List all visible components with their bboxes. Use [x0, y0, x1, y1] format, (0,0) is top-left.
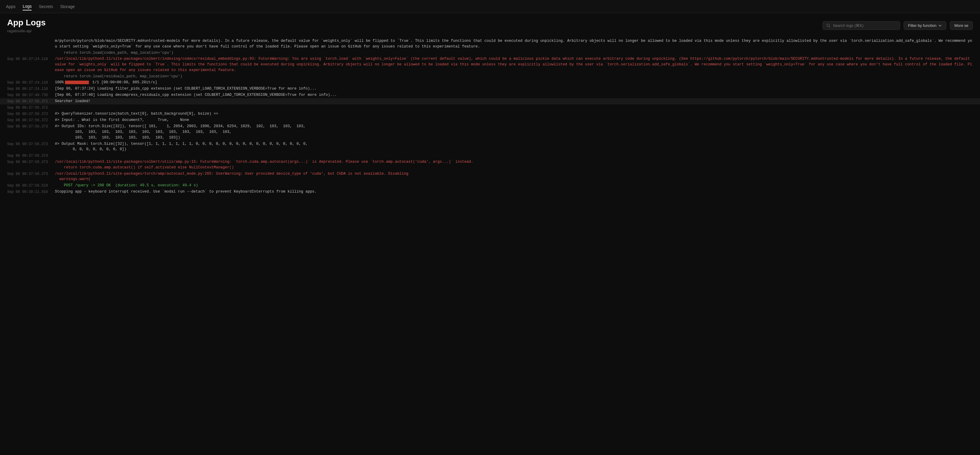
nav-item-logs[interactable]: Logs [23, 3, 32, 10]
log-row: Sep 06 00:37:24.118/usr/local/lib/python… [0, 56, 980, 73]
log-message: return torch.load(codes_path, map_locati… [55, 50, 973, 56]
log-message: [Sep 06, 07:37:40] Loading decompress_re… [55, 92, 973, 98]
log-timestamp: Sep 06 00:37:56.373 [7, 124, 55, 129]
search-input[interactable] [833, 23, 896, 28]
search-icon [826, 24, 830, 28]
log-row: Sep 06 00:37:24.118[Sep 06, 07:37:24] Lo… [0, 86, 980, 92]
page-title: App Logs [7, 18, 46, 27]
log-timestamp: Sep 06 00:37:56.373 [7, 153, 55, 158]
log-row: Sep 06 00:37:56.373#> Output Mask: torch… [0, 141, 980, 153]
log-row: Sep 06 00:38:11.916Stopping app - keyboa… [0, 189, 980, 195]
log-row: Sep 06 00:37:24.118100% 1/1 [00:00<00:00… [0, 80, 980, 86]
log-row: Sep 06 00:37:56.524 POST /query -> 200 O… [0, 182, 980, 189]
log-message: #> Input: . What is the first document?,… [55, 117, 973, 123]
nav-item-secrets[interactable]: Secrets [39, 3, 53, 10]
nav-item-apps[interactable]: Apps [6, 3, 16, 10]
log-row: Sep 06 00:37:40.735[Sep 06, 07:37:40] Lo… [0, 92, 980, 98]
log-row: Sep 06 00:37:56.372 [0, 104, 980, 111]
log-timestamp: Sep 06 00:37:56.524 [7, 183, 55, 188]
log-timestamp: Sep 06 00:37:56.372 [7, 111, 55, 117]
page-header: App Logs ragatouille-api Filter by funct… [0, 13, 980, 35]
log-row: Sep 06 00:37:56.373 [0, 153, 980, 159]
chevron-down-icon [938, 24, 942, 27]
log-message: /usr/local/lib/python3.11/site-packages/… [55, 56, 973, 73]
log-timestamp [7, 50, 55, 51]
nav-item-storage[interactable]: Storage [60, 3, 75, 10]
log-timestamp: Sep 06 00:37:56.372 [7, 105, 55, 110]
header-controls: Filter by function More se [822, 21, 973, 30]
top-nav: AppsLogsSecretsStorage [0, 0, 980, 13]
log-message: [Sep 06, 07:37:24] Loading filter_pids_c… [55, 86, 973, 92]
log-timestamp: Sep 06 00:38:11.916 [7, 189, 55, 195]
log-row: Sep 06 00:37:56.373#> Output IDs: torch.… [0, 123, 980, 140]
log-row: return torch.load(residuals_path, map_lo… [0, 73, 980, 80]
log-timestamp: Sep 06 00:37:56.373 [7, 141, 55, 147]
log-row: Sep 06 00:37:56.373/usr/local/lib/python… [0, 159, 980, 171]
log-row: return torch.load(codes_path, map_locati… [0, 50, 980, 56]
log-message: return torch.load(residuals_path, map_lo… [55, 74, 973, 80]
log-row: Sep 06 00:37:56.372#> QueryTokenizer.ten… [0, 111, 980, 117]
log-timestamp: Sep 06 00:37:24.118 [7, 56, 55, 62]
more-settings-button[interactable]: More se [950, 21, 973, 30]
app-name: ragatouille-api [7, 29, 46, 33]
log-message: /usr/local/lib/python3.11/site-packages/… [55, 159, 973, 171]
log-message: /usr/local/lib/python3.11/site-packages/… [55, 171, 973, 182]
log-message: #> Output IDs: torch.Size([32]), tensor(… [55, 124, 973, 140]
header-left: App Logs ragatouille-api [7, 18, 46, 33]
log-timestamp: Sep 06 00:37:24.118 [7, 86, 55, 92]
more-label: More se [955, 23, 968, 28]
log-row: Sep 06 00:37:56.371Searcher loaded! [0, 98, 980, 104]
filter-by-function-button[interactable]: Filter by function [904, 21, 946, 30]
log-timestamp: Sep 06 00:37:56.371 [7, 99, 55, 104]
log-message: m/pytorch/pytorch/blob/main/SECURITY.md#… [55, 38, 973, 49]
log-message: Stopping app - keyboard interrupt receiv… [55, 189, 973, 195]
log-timestamp: Sep 06 00:37:56.372 [7, 117, 55, 123]
log-row: Sep 06 00:37:56.373/usr/local/lib/python… [0, 171, 980, 183]
logs-container[interactable]: m/pytorch/pytorch/blob/main/SECURITY.md#… [0, 35, 980, 452]
log-message: #> QueryTokenizer.tensorize(batch_text[0… [55, 111, 973, 117]
log-timestamp: Sep 06 00:37:56.373 [7, 159, 55, 165]
log-message: POST /query -> 200 OK (duration: 49.5 s,… [55, 183, 973, 188]
search-box[interactable] [822, 21, 900, 30]
log-message: #> Output Mask: torch.Size([32]), tensor… [55, 141, 973, 153]
log-row: Sep 06 00:37:56.372#> Input: . What is t… [0, 117, 980, 123]
log-timestamp: Sep 06 00:37:40.735 [7, 92, 55, 98]
log-message: Searcher loaded! [55, 99, 973, 104]
log-timestamp [7, 38, 55, 38]
log-timestamp: Sep 06 00:37:24.118 [7, 80, 55, 85]
log-message: 100% 1/1 [00:00<00:00, 805.20it/s] [55, 80, 973, 85]
svg-line-1 [829, 26, 830, 27]
log-timestamp: Sep 06 00:37:56.373 [7, 171, 55, 177]
log-row: m/pytorch/pytorch/blob/main/SECURITY.md#… [0, 38, 980, 50]
filter-label: Filter by function [908, 23, 937, 28]
